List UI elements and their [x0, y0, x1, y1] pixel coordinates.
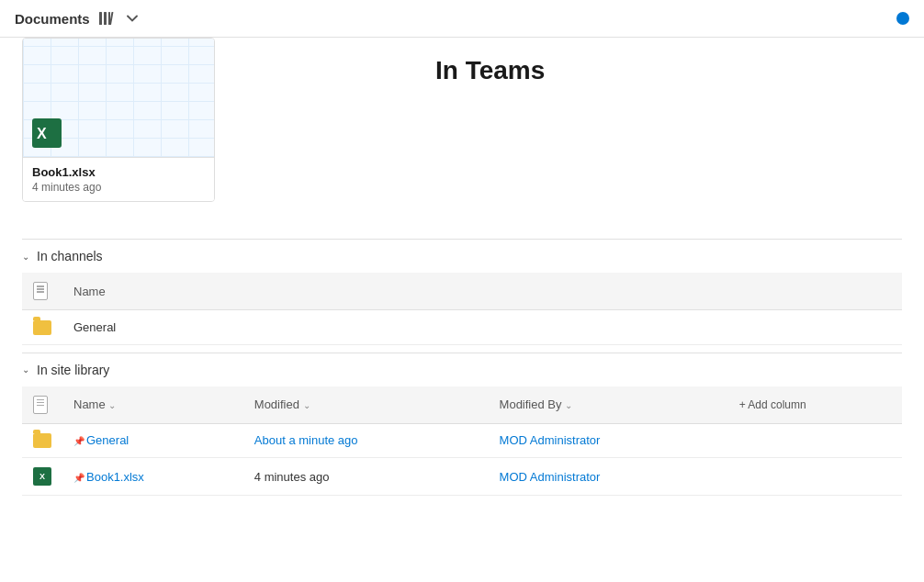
site-col-name[interactable]: Name ⌄ — [62, 386, 243, 424]
general-folder-link[interactable]: General — [86, 433, 129, 447]
modified-sort-icon: ⌄ — [303, 400, 310, 410]
channels-header-row: Name — [22, 273, 902, 310]
site-col-modified[interactable]: Modified ⌄ — [243, 386, 489, 424]
site-col-add-column[interactable]: + Add column — [728, 386, 902, 424]
site-row-modified: About a minute ago — [243, 423, 489, 458]
site-row-icon-excel: X — [22, 458, 62, 496]
modified-by-sort-icon: ⌄ — [565, 400, 572, 410]
modified-time-2: 4 minutes ago — [254, 470, 330, 484]
channels-row-name[interactable]: General — [62, 310, 902, 345]
folder-icon — [33, 320, 51, 335]
chevron-icon-2: ⌄ — [22, 364, 29, 375]
file-card-time: 4 minutes ago — [32, 181, 205, 194]
pin-indicator-2: 📌 — [73, 473, 85, 483]
svg-text:X: X — [37, 126, 47, 141]
folder-icon-2 — [33, 433, 51, 448]
recent-files-section: X Book1.xlsx 4 minutes ago — [22, 38, 215, 231]
site-row-modified-by[interactable]: MOD Administrator — [489, 423, 728, 458]
site-row-modified-excel: 4 minutes ago — [243, 458, 489, 496]
add-column-button[interactable]: + Add column — [739, 398, 806, 411]
channels-col-name[interactable]: Name — [62, 273, 902, 310]
excel-icon-sm: X — [33, 467, 51, 486]
in-channels-toggle[interactable]: ⌄ In channels — [22, 239, 902, 273]
channels-col-icon — [22, 273, 62, 310]
channels-table: Name General — [22, 273, 902, 345]
table-row[interactable]: General — [22, 310, 902, 345]
chevron-icon: ⌄ — [22, 252, 29, 262]
table-row[interactable]: X 📌Book1.xlsx 4 minutes ago MOD Administ… — [22, 458, 902, 496]
in-teams-heading-container: In Teams — [215, 38, 902, 100]
in-teams-heading: In Teams — [435, 38, 902, 100]
site-library-header-row: Name ⌄ Modified ⌄ Modified By ⌄ + Add co… — [22, 386, 902, 424]
doc-icon — [33, 282, 48, 300]
page-content: X Book1.xlsx 4 minutes ago In Teams ⌄ In… — [0, 38, 924, 518]
svg-rect-1 — [104, 12, 107, 25]
site-row-name-excel[interactable]: 📌Book1.xlsx — [62, 458, 243, 496]
modified-by-2[interactable]: MOD Administrator — [500, 470, 601, 484]
site-row-name[interactable]: 📌General — [62, 423, 243, 458]
book1-file-link[interactable]: Book1.xlsx — [86, 470, 144, 484]
in-channels-section: ⌄ In channels Name General — [22, 239, 902, 345]
modified-time-1: About a minute ago — [254, 433, 358, 447]
file-card-info: Book1.xlsx 4 minutes ago — [23, 158, 214, 201]
sort-icon: ⌄ — [108, 400, 116, 410]
chevron-down-icon[interactable] — [123, 9, 141, 28]
library-icon[interactable] — [97, 9, 116, 28]
notification-dot — [896, 12, 909, 25]
site-library-table: Name ⌄ Modified ⌄ Modified By ⌄ + Add co… — [22, 386, 902, 497]
modified-by-1[interactable]: MOD Administrator — [500, 433, 601, 447]
top-bar: Documents — [0, 0, 924, 38]
table-row[interactable]: 📌General About a minute ago MOD Administ… — [22, 423, 902, 458]
in-site-library-label: In site library — [37, 363, 109, 377]
doc-icon-2 — [33, 396, 48, 414]
site-row-icon — [22, 423, 62, 458]
excel-icon-large: X — [32, 118, 62, 148]
site-col-modified-by[interactable]: Modified By ⌄ — [489, 386, 728, 424]
documents-title: Documents — [15, 11, 90, 27]
file-card[interactable]: X Book1.xlsx 4 minutes ago — [22, 38, 215, 202]
site-row-modified-by-excel[interactable]: MOD Administrator — [489, 458, 728, 496]
pin-indicator: 📌 — [73, 436, 85, 446]
site-row-add-col-1 — [728, 423, 902, 458]
svg-rect-0 — [99, 12, 102, 25]
in-site-library-toggle[interactable]: ⌄ In site library — [22, 353, 902, 386]
in-channels-label: In channels — [37, 249, 103, 263]
file-card-name: Book1.xlsx — [32, 165, 205, 179]
file-thumbnail: X — [23, 39, 214, 158]
site-col-icon — [22, 386, 62, 424]
channels-row-icon — [22, 310, 62, 345]
site-row-add-col-2 — [728, 458, 902, 496]
in-site-library-section: ⌄ In site library Name ⌄ Modified ⌄ — [22, 353, 902, 497]
